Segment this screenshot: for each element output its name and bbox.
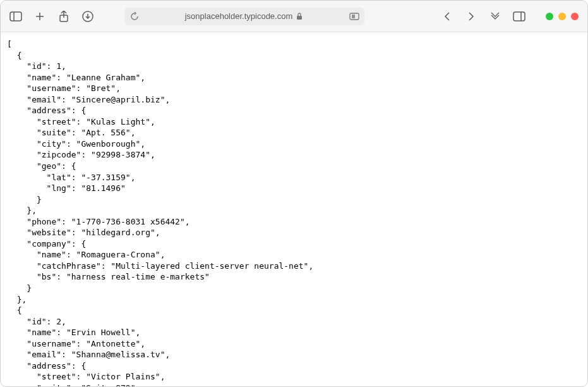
url-text: jsonplaceholder.typicode.com xyxy=(185,11,293,21)
address-bar[interactable]: jsonplaceholder.typicode.com xyxy=(124,8,364,25)
back-icon[interactable] xyxy=(441,10,453,23)
lock-icon xyxy=(296,13,304,20)
sidebar-icon[interactable] xyxy=(9,10,22,23)
new-tab-icon[interactable] xyxy=(33,10,46,23)
toolbar-left-group xyxy=(9,10,94,23)
close-button[interactable] xyxy=(571,13,579,20)
svg-rect-0 xyxy=(10,12,21,21)
maximize-button[interactable] xyxy=(558,13,566,20)
downloads-icon[interactable] xyxy=(81,10,94,23)
window-controls xyxy=(546,13,579,20)
svg-rect-11 xyxy=(513,12,525,21)
json-content: [ { "id": 1, "name": "Leanne Graham", "u… xyxy=(1,32,587,386)
overflow-icon[interactable] xyxy=(489,10,501,23)
minimize-button[interactable] xyxy=(546,13,553,20)
share-icon[interactable] xyxy=(57,10,70,23)
browser-toolbar: jsonplaceholder.typicode.com xyxy=(1,1,587,32)
tabs-icon[interactable] xyxy=(513,10,525,23)
reader-mode-icon[interactable] xyxy=(349,11,359,22)
toolbar-right-group xyxy=(441,10,579,23)
reload-icon[interactable] xyxy=(129,11,140,22)
forward-icon[interactable] xyxy=(465,10,477,23)
svg-rect-6 xyxy=(297,16,302,20)
